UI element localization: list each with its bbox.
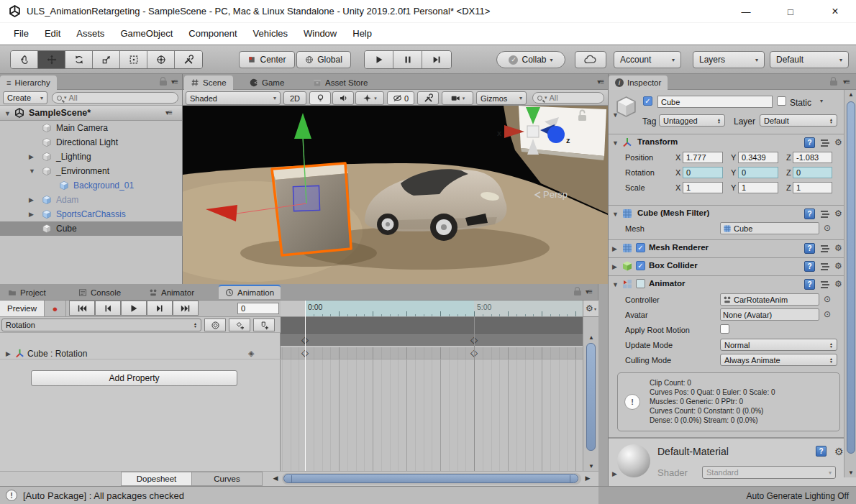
scroll-thumb[interactable]	[847, 101, 855, 454]
gear-icon[interactable]: ⚙	[834, 137, 842, 147]
rotation-z-field[interactable]: 0	[793, 167, 832, 178]
help-icon[interactable]: ?	[804, 137, 815, 148]
object-picker-icon[interactable]: ⊙	[824, 309, 831, 319]
layers-dropdown[interactable]: Layers ▾	[693, 51, 765, 68]
hierarchy-item-background01[interactable]: Background_01	[0, 178, 183, 193]
box-collider-header[interactable]: ▶ ✓ Box Collider ? ⚙	[609, 257, 844, 274]
playhead[interactable]	[305, 301, 306, 471]
animator-header[interactable]: ▼ Animator ? ⚙	[609, 275, 844, 292]
step-button[interactable]	[422, 51, 451, 68]
preset-icon[interactable]	[821, 244, 831, 253]
tab-animator[interactable]: Animator	[142, 285, 201, 300]
menu-help[interactable]: Help	[345, 28, 380, 39]
scene-viewport[interactable]: x z Persp	[183, 106, 608, 284]
timeline-vscrollbar[interactable]: ▲ ▼	[583, 317, 598, 471]
add-keyframe-button[interactable]	[229, 319, 250, 331]
shader-dropdown[interactable]: Standard ▾	[702, 466, 836, 479]
hierarchy-item-directional-light[interactable]: Directional Light	[0, 135, 183, 150]
foldout-expanded-icon[interactable]: ▼	[612, 281, 619, 288]
menu-vehicles[interactable]: Vehicles	[245, 28, 296, 39]
custom-tool-button[interactable]	[175, 51, 202, 68]
tab-inspector[interactable]: i Inspector	[609, 75, 668, 90]
gear-icon[interactable]: ⚙	[834, 446, 844, 457]
scene-header-row[interactable]: ▼ SampleScene* ▾≡	[0, 106, 182, 121]
tab-scene[interactable]: Scene	[184, 75, 233, 90]
play-button[interactable]	[365, 51, 393, 68]
scale-tool-button[interactable]	[93, 51, 120, 68]
gizmo-center-cube[interactable]	[527, 126, 539, 137]
mesh-object-field[interactable]: Cube	[720, 222, 819, 234]
hand-tool-button[interactable]	[11, 51, 38, 68]
dopesheet-summary-row[interactable]: ◇ ◇	[281, 333, 583, 346]
rotation-y-field[interactable]: 0	[738, 167, 778, 178]
foldout-expanded-icon[interactable]: ▼	[612, 211, 619, 218]
dopesheet-tab[interactable]: Dopesheet	[121, 472, 192, 486]
hierarchy-item-sportscarchassis[interactable]: ▶ SportsCarChassis	[0, 207, 183, 221]
timeline-empty-area[interactable]	[281, 359, 583, 471]
last-key-button[interactable]	[173, 301, 199, 316]
foldout-collapsed-icon[interactable]: ▶	[612, 263, 617, 270]
scroll-down-arrow[interactable]: ▼	[583, 463, 599, 469]
tab-hierarchy[interactable]: ≡ Hierarchy	[0, 75, 57, 90]
menu-assets[interactable]: Assets	[68, 28, 112, 39]
position-x-field[interactable]: 1.777	[683, 152, 723, 163]
clip-dropdown[interactable]: Rotation ▲▼	[1, 319, 201, 331]
object-picker-icon[interactable]: ⊙	[824, 223, 831, 233]
foldout-collapsed-icon[interactable]: ▶	[29, 211, 34, 218]
pane-menu-icon[interactable]: ▾≡	[597, 78, 604, 86]
tab-asset-store[interactable]: Asset Store	[306, 75, 374, 90]
material-foldout[interactable]: ▶	[612, 470, 617, 477]
close-button[interactable]: ×	[819, 0, 852, 23]
selected-cube[interactable]	[272, 163, 351, 255]
status-message[interactable]: [Auto Package] : All packages checked	[23, 490, 184, 501]
pivot-mode-button[interactable]: Center	[239, 51, 295, 68]
cloud-button[interactable]	[575, 51, 606, 68]
foldout-expanded-icon[interactable]: ▼	[612, 139, 619, 147]
keyframe-nav-button[interactable]	[204, 319, 226, 331]
help-icon[interactable]: ?	[804, 243, 815, 254]
hidden-objects-button[interactable]: 0	[387, 91, 414, 105]
menu-file[interactable]: File	[6, 28, 37, 39]
move-tool-button[interactable]	[38, 51, 65, 68]
update-mode-dropdown[interactable]: Normal ▲▼	[720, 339, 837, 351]
first-key-button[interactable]	[69, 301, 95, 316]
layout-dropdown[interactable]: Default ▾	[770, 51, 849, 68]
rotate-tool-button[interactable]	[65, 51, 93, 68]
transform-tool-button[interactable]	[147, 51, 175, 68]
collab-button[interactable]: ✓ Collab ▾	[496, 51, 565, 68]
apply-root-motion-checkbox[interactable]	[720, 324, 729, 334]
gear-icon[interactable]: ⚙	[834, 261, 842, 271]
timeline-settings-button[interactable]: ⚙▾	[583, 301, 598, 317]
static-dropdown-arrow[interactable]: ▾	[820, 98, 823, 104]
position-y-field[interactable]: 0.3439	[738, 152, 778, 163]
enabled-checkbox[interactable]: ✓	[636, 243, 645, 252]
mesh-filter-header[interactable]: ▼ Cube (Mesh Filter) ? ⚙	[609, 205, 844, 221]
hscroll-right-arrow[interactable]: ▶	[583, 475, 593, 482]
object-picker-icon[interactable]: ⊙	[824, 294, 831, 304]
gear-icon[interactable]: ⚙	[834, 279, 842, 289]
next-key-button[interactable]	[147, 301, 173, 316]
scene-tools-button[interactable]	[417, 91, 439, 105]
gizmo-z-sphere[interactable]	[547, 126, 565, 143]
lighting-toggle-button[interactable]	[309, 91, 331, 105]
audio-toggle-button[interactable]	[332, 91, 354, 105]
scale-y-field[interactable]: 1	[738, 182, 778, 193]
lock-icon[interactable]	[830, 81, 837, 86]
camera-dropdown-button[interactable]: ▾	[442, 91, 473, 105]
tab-animation[interactable]: Animation	[219, 285, 281, 299]
scene-foldout[interactable]: ▼	[4, 110, 11, 117]
timeline-ruler[interactable]: 0:00 5:00	[281, 301, 583, 317]
hierarchy-item-main-camera[interactable]: Main Camera	[0, 121, 183, 135]
scroll-up-arrow[interactable]: ▲	[844, 91, 856, 98]
position-z-field[interactable]: -1.083	[793, 152, 832, 163]
foldout-expanded-icon[interactable]: ▼	[29, 168, 35, 175]
hierarchy-item-adam[interactable]: ▶ Adam	[0, 193, 183, 207]
shading-mode-dropdown[interactable]: Shaded ▾	[186, 91, 281, 105]
orientation-mode-button[interactable]: Global	[296, 51, 351, 68]
hscroll-left-arrow[interactable]: ◀	[270, 475, 281, 482]
pane-menu-icon[interactable]: ▾≡	[171, 78, 178, 86]
hierarchy-item-environment[interactable]: ▼ _Environment	[0, 164, 183, 178]
scroll-thumb[interactable]	[283, 474, 578, 483]
material-preview-sphere[interactable]	[617, 444, 650, 477]
culling-mode-dropdown[interactable]: Always Animate ▲▼	[720, 354, 837, 366]
